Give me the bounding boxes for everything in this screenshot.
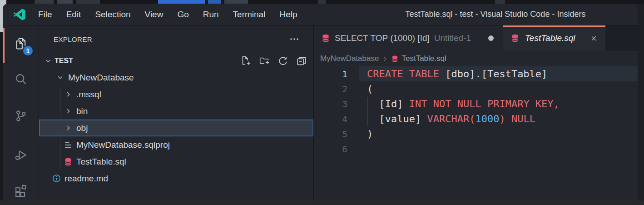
more-actions-icon[interactable]: [289, 34, 300, 45]
menu-edit[interactable]: Edit: [66, 10, 81, 20]
editor-indent-guide: [367, 97, 368, 125]
code-token: ): [367, 128, 373, 140]
collapse-folders-button[interactable]: [296, 55, 307, 67]
code-text[interactable]: CREATE TABLE [dbo].[TestTable]: [359, 66, 638, 81]
tree-item-label: TestTable.sql: [76, 157, 126, 167]
menu-terminal[interactable]: Terminal: [233, 10, 266, 20]
background-window-fragment: [208, 0, 221, 4]
search-view-button[interactable]: [10, 69, 31, 90]
code-text[interactable]: ): [359, 126, 638, 141]
line-number: 1: [314, 69, 359, 79]
tree-item-label: obj: [76, 123, 88, 133]
code-text[interactable]: [Id] INT NOT NULL PRIMARY KEY,: [359, 96, 638, 111]
explorer-view-button[interactable]: 1: [10, 33, 31, 54]
menu-go[interactable]: Go: [177, 10, 188, 20]
tree-item-testtable-sql[interactable]: TestTable.sql: [39, 153, 313, 170]
window-edge: [638, 4, 644, 200]
tab-label: SELECT TOP (1000) [Id]: [335, 33, 430, 43]
close-icon[interactable]: [590, 34, 598, 43]
new-folder-button[interactable]: [258, 55, 270, 67]
tree-item-label: readme.md: [64, 174, 108, 184]
background-window-fragment: [495, 0, 505, 4]
code-area[interactable]: 1CREATE TABLE [dbo].[TestTable]2(3 [Id] …: [314, 66, 638, 200]
breadcrumb-file[interactable]: TestTable.sql: [401, 54, 446, 63]
background-window-sliver: [6, 0, 644, 4]
database-icon: [321, 34, 330, 43]
code-token: [Id]: [367, 98, 409, 110]
background-window-fragment: [57, 0, 73, 4]
vscode-insiders-logo-icon: [13, 8, 26, 21]
chevron-down-icon: [54, 73, 65, 82]
chevron-right-icon: [63, 107, 74, 115]
chevron-down-icon: [44, 56, 53, 65]
code-line[interactable]: 3 [Id] INT NOT NULL PRIMARY KEY,: [314, 96, 638, 111]
editor-group: SELECT TOP (1000) [Id] Untitled-1: [314, 25, 638, 200]
file-tree: MyNewDatabase .mssql bin: [39, 69, 313, 187]
explorer-badge: 1: [22, 45, 34, 56]
tree-item-obj[interactable]: obj: [39, 120, 313, 136]
tab-detail: Untitled-1: [434, 33, 471, 43]
sidebar-title: EXPLORER: [54, 35, 92, 43]
menu-selection[interactable]: Selection: [95, 10, 130, 20]
tab-bar: SELECT TOP (1000) [Id] Untitled-1: [314, 25, 638, 51]
window-edge: [0, 200, 644, 205]
code-line[interactable]: 2(: [314, 81, 638, 96]
new-file-button[interactable]: [240, 55, 252, 67]
code-text[interactable]: [359, 141, 638, 156]
tree-item-bin[interactable]: bin: [39, 103, 313, 120]
window-title: TestTable.sql - test - Visual Studio Cod…: [375, 10, 616, 19]
line-number: 2: [314, 84, 359, 94]
tab-untitled-query[interactable]: SELECT TOP (1000) [Id] Untitled-1: [314, 25, 503, 51]
code-line[interactable]: 4 [value] VARCHAR(1000) NULL: [314, 111, 638, 126]
code-token: INT NOT NULL PRIMARY KEY,: [409, 98, 560, 110]
code-text[interactable]: [value] VARCHAR(1000) NULL: [359, 111, 638, 126]
unsaved-changes-dot-icon[interactable]: [488, 35, 494, 41]
database-icon: [63, 157, 74, 166]
breadcrumb-folder[interactable]: MyNewDatabase: [320, 54, 379, 63]
menu-file[interactable]: File: [38, 10, 52, 20]
line-number: 4: [314, 114, 359, 124]
tree-item-mssql[interactable]: .mssql: [39, 86, 313, 103]
workspace-section-header[interactable]: TEST: [39, 53, 313, 69]
code-token: [value]: [367, 113, 427, 125]
extensions-view-button[interactable]: [10, 180, 31, 200]
line-number: 3: [314, 99, 359, 109]
active-view-indicator: [3, 28, 5, 63]
code-token: ): [499, 113, 511, 125]
code-token: (: [367, 83, 373, 95]
title-bar: File Edit Selection View Go Run Terminal…: [3, 4, 638, 25]
code-token: NULL: [511, 113, 535, 125]
source-control-view-button[interactable]: [10, 105, 31, 126]
code-token: CREATE TABLE: [367, 68, 445, 80]
tree-item-sqlproj[interactable]: MyNewDatabase.sqlproj: [39, 136, 313, 153]
code-line[interactable]: 6: [314, 141, 638, 156]
tree-indent-guide: [60, 88, 60, 170]
refresh-button[interactable]: [277, 55, 289, 67]
tab-label: TestTable.sql: [525, 33, 575, 43]
code-line[interactable]: 1CREATE TABLE [dbo].[TestTable]: [314, 66, 638, 81]
code-token: 1000: [475, 113, 499, 125]
vscode-window: File Edit Selection View Go Run Terminal…: [3, 4, 638, 200]
database-icon: [510, 34, 520, 43]
sidebar-header: EXPLORER: [39, 25, 313, 53]
list-lines-icon: [63, 140, 74, 150]
run-and-debug-view-button[interactable]: [10, 145, 31, 165]
menu-help[interactable]: Help: [279, 10, 297, 20]
background-window-fragment: [318, 0, 326, 4]
explorer-sidebar: EXPLORER TEST: [39, 25, 314, 200]
menu-run[interactable]: Run: [203, 10, 219, 20]
code-text[interactable]: (: [359, 81, 638, 96]
tree-item-label: MyNewDatabase.sqlproj: [76, 140, 170, 150]
code-line[interactable]: 5): [314, 126, 638, 141]
tab-testtable-sql[interactable]: TestTable.sql: [503, 25, 605, 51]
line-number: 6: [314, 144, 359, 154]
background-window-fragment: [158, 0, 205, 4]
tree-item-mynewdatabase[interactable]: MyNewDatabase: [39, 69, 313, 86]
chevron-right-icon: [381, 55, 388, 62]
menu-view[interactable]: View: [145, 10, 163, 20]
workspace-name: TEST: [54, 57, 73, 65]
database-icon: [391, 55, 399, 63]
breadcrumb: MyNewDatabase TestTable.sql: [314, 51, 638, 66]
tree-item-readme[interactable]: readme.md: [39, 170, 313, 187]
tree-item-label: bin: [76, 106, 88, 116]
